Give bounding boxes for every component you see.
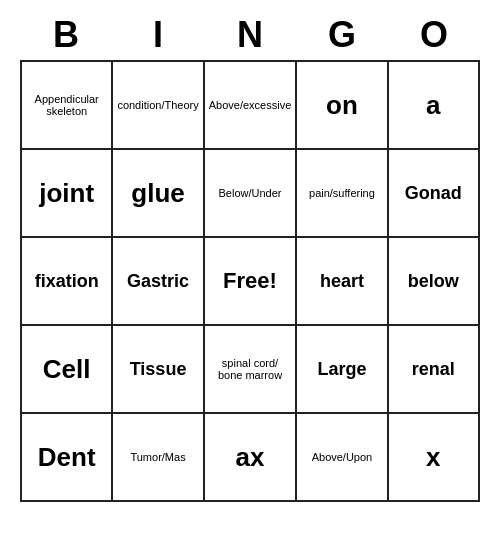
grid-cell-0-1: condition/Theory xyxy=(113,62,204,150)
grid-cell-3-2: spinal cord/ bone marrow xyxy=(205,326,298,414)
bingo-grid: Appendicular skeletoncondition/TheoryAbo… xyxy=(20,60,480,502)
header-letter: B xyxy=(20,10,112,60)
cell-content: below xyxy=(408,271,459,292)
grid-cell-2-3: heart xyxy=(297,238,388,326)
grid-cell-2-1: Gastric xyxy=(113,238,204,326)
grid-cell-3-0: Cell xyxy=(22,326,113,414)
cell-content: x xyxy=(426,442,440,473)
grid-cell-0-2: Above/excessive xyxy=(205,62,298,150)
cell-content: joint xyxy=(39,178,94,209)
cell-content: Above/Upon xyxy=(312,451,373,463)
cell-content: fixation xyxy=(35,271,99,292)
cell-content: Above/excessive xyxy=(209,99,292,111)
cell-content: Tumor/Mas xyxy=(130,451,185,463)
grid-cell-4-1: Tumor/Mas xyxy=(113,414,204,502)
grid-cell-3-3: Large xyxy=(297,326,388,414)
header-letter: I xyxy=(112,10,204,60)
grid-cell-3-1: Tissue xyxy=(113,326,204,414)
bingo-header: BINGO xyxy=(20,10,480,60)
cell-content: Cell xyxy=(43,354,91,385)
cell-content: condition/Theory xyxy=(117,99,198,111)
grid-cell-0-3: on xyxy=(297,62,388,150)
grid-cell-3-4: renal xyxy=(389,326,480,414)
cell-content: Tissue xyxy=(130,359,187,380)
cell-content: Large xyxy=(317,359,366,380)
cell-content: Gonad xyxy=(405,183,462,204)
cell-content: heart xyxy=(320,271,364,292)
grid-cell-4-4: x xyxy=(389,414,480,502)
cell-content: a xyxy=(426,90,440,121)
cell-content: Below/Under xyxy=(219,187,282,199)
cell-content: Gastric xyxy=(127,271,189,292)
header-letter: O xyxy=(388,10,480,60)
grid-cell-1-2: Below/Under xyxy=(205,150,298,238)
grid-cell-4-0: Dent xyxy=(22,414,113,502)
grid-cell-1-4: Gonad xyxy=(389,150,480,238)
grid-cell-1-1: glue xyxy=(113,150,204,238)
header-letter: N xyxy=(204,10,296,60)
grid-cell-2-4: below xyxy=(389,238,480,326)
grid-cell-2-2: Free! xyxy=(205,238,298,326)
grid-cell-2-0: fixation xyxy=(22,238,113,326)
grid-cell-4-2: ax xyxy=(205,414,298,502)
cell-content: spinal cord/ bone marrow xyxy=(209,357,292,381)
grid-cell-1-3: pain/suffering xyxy=(297,150,388,238)
grid-cell-0-4: a xyxy=(389,62,480,150)
cell-content: on xyxy=(326,90,358,121)
header-letter: G xyxy=(296,10,388,60)
cell-content: Dent xyxy=(38,442,96,473)
cell-content: Appendicular skeleton xyxy=(26,93,107,117)
cell-content: renal xyxy=(412,359,455,380)
cell-content: pain/suffering xyxy=(309,187,375,199)
cell-content: ax xyxy=(236,442,265,473)
bingo-container: BINGO Appendicular skeletoncondition/The… xyxy=(20,10,480,502)
grid-cell-0-0: Appendicular skeleton xyxy=(22,62,113,150)
cell-content: Free! xyxy=(223,268,277,294)
cell-content: glue xyxy=(131,178,184,209)
grid-cell-4-3: Above/Upon xyxy=(297,414,388,502)
grid-cell-1-0: joint xyxy=(22,150,113,238)
